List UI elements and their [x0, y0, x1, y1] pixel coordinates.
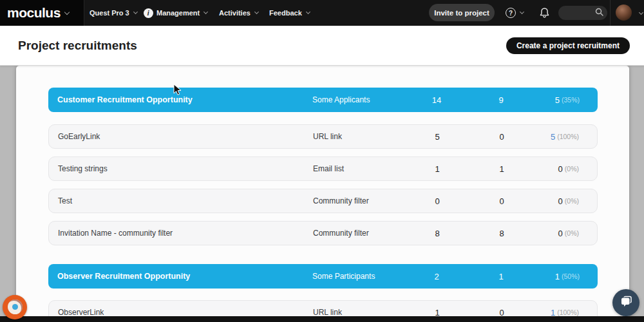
completion-percent: (0%): [565, 165, 579, 173]
recruitment-row[interactable]: Testing strings Email list 1 1 0(0%): [48, 156, 598, 181]
chevron-down-icon: [254, 10, 259, 14]
nav-item-management[interactable]: Management: [156, 0, 207, 26]
recruitment-name: Testing strings: [58, 157, 108, 180]
count-primary: 0: [418, 189, 457, 213]
count-completed: 1: [555, 272, 560, 281]
count-completed: 5: [551, 132, 555, 142]
nav-label: Management: [156, 9, 200, 17]
invite-to-project-button[interactable]: Invite to project: [429, 4, 495, 21]
logo-menu[interactable]: moculus: [0, 0, 84, 26]
count-primary: 5: [418, 125, 457, 148]
recruitment-name: Customer Recruitment Opportunity: [57, 88, 193, 112]
count-primary: 2: [417, 264, 456, 289]
user-avatar[interactable]: [616, 5, 632, 21]
count-secondary: 1: [482, 264, 520, 289]
recruitment-row[interactable]: GoEarlyLink URL link 5 0 5(100%): [48, 124, 598, 149]
recruitment-name: Test: [58, 189, 72, 213]
completion-percent: (0%): [565, 197, 579, 205]
nav-item-feedback[interactable]: Feedback: [269, 0, 310, 26]
chevron-down-icon: [204, 10, 208, 14]
count-completed: 0: [558, 164, 563, 174]
content-sheet: Customer Recruitment Opportunity Some Ap…: [16, 66, 629, 322]
recruitment-name: Observer Recruitment Opportunity: [57, 264, 190, 289]
top-nav: moculus Quest Pro 3 i Management Activit…: [0, 0, 644, 26]
recruitment-type: Some Participants: [312, 264, 375, 289]
completion-percent: (0%): [565, 229, 579, 237]
completion-percent: (50%): [562, 272, 580, 280]
count-primary: 14: [417, 88, 456, 112]
nav-label: Activities: [219, 9, 251, 17]
screen-recorder-icon[interactable]: [3, 295, 27, 319]
count-primary: 8: [418, 222, 457, 245]
help-icon: ?: [506, 8, 516, 18]
recruitment-type: Some Applicants: [312, 88, 370, 112]
chevron-down-icon: [64, 9, 70, 14]
divider: [610, 0, 611, 26]
completion-percent: (35%): [562, 96, 580, 104]
chat-widget-button[interactable]: [612, 289, 639, 316]
group-header-row[interactable]: Customer Recruitment Opportunity Some Ap…: [48, 88, 598, 112]
recorder-dot: [12, 304, 18, 310]
group-header-row[interactable]: Observer Recruitment Opportunity Some Pa…: [48, 264, 598, 289]
completion-percent: (100%): [557, 133, 579, 140]
count-completed: 5: [555, 95, 560, 105]
recruitment-type: Email list: [313, 157, 344, 180]
chevron-down-icon: [306, 10, 310, 14]
help-menu[interactable]: ?: [506, 0, 524, 26]
info-icon[interactable]: i: [144, 8, 153, 18]
search-input[interactable]: [563, 9, 595, 17]
count-secondary: 1: [482, 157, 521, 180]
nav-item-activities[interactable]: Activities: [219, 0, 258, 26]
search-icon: [595, 7, 603, 19]
count-primary: 1: [418, 157, 457, 180]
count-secondary: 9: [482, 88, 520, 112]
recruitment-name: Invitation Name - community filter: [58, 222, 173, 245]
app-window: moculus Quest Pro 3 i Management Activit…: [0, 0, 644, 322]
notifications-bell-icon[interactable]: [539, 7, 550, 21]
recruitment-type: URL link: [313, 125, 342, 148]
page-header: Project recruitments Create a project re…: [0, 26, 644, 66]
chat-bubble-icon: [619, 294, 633, 311]
chevron-down-icon: [520, 10, 524, 14]
recruitment-row[interactable]: Test Community filter 0 0 0(0%): [48, 189, 598, 213]
count-completed: 0: [558, 229, 563, 238]
recruitment-type: Community filter: [313, 222, 369, 245]
project-selector[interactable]: Quest Pro 3 i: [90, 0, 153, 26]
count-secondary: 8: [482, 222, 521, 245]
count-secondary: 0: [482, 189, 521, 213]
nav-label: Feedback: [269, 9, 302, 17]
count-secondary: 0: [482, 125, 521, 148]
recruitment-row[interactable]: Invitation Name - community filter Commu…: [48, 221, 598, 245]
search-box[interactable]: [558, 6, 607, 20]
create-recruitment-button[interactable]: Create a project recruitment: [506, 37, 630, 54]
bottom-bar: [0, 316, 644, 322]
chevron-down-icon[interactable]: [639, 10, 643, 15]
page-title: Project recruitments: [18, 39, 137, 53]
recruitment-group: Observer Recruitment Opportunity Some Pa…: [48, 264, 598, 322]
recruitment-type: Community filter: [313, 189, 369, 213]
chevron-down-icon: [133, 10, 138, 14]
recruitment-group: Customer Recruitment Opportunity Some Ap…: [48, 88, 598, 245]
completion-percent: (100%): [557, 308, 579, 316]
project-selector-label: Quest Pro 3: [90, 9, 129, 17]
recruitment-name: GoEarlyLink: [58, 125, 100, 148]
app-logo: moculus: [7, 5, 61, 21]
count-completed: 0: [558, 196, 563, 206]
